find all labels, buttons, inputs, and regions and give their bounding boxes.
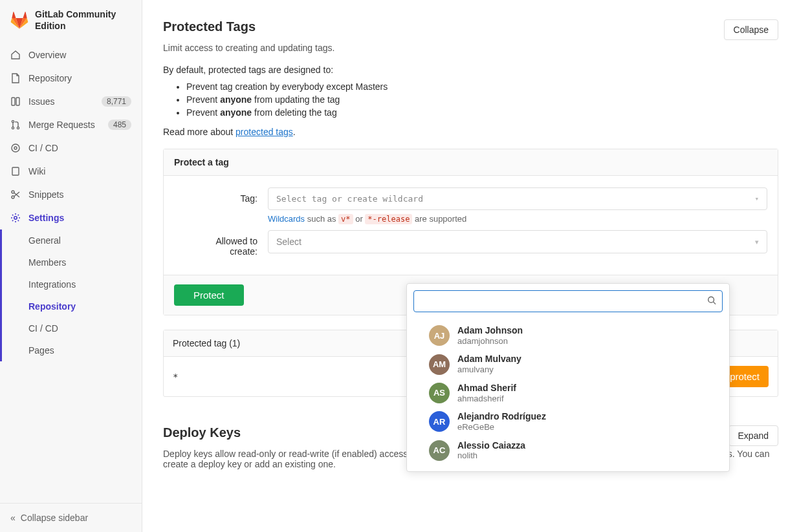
user-username: nolith <box>457 451 525 461</box>
allowed-select[interactable]: Select ▾ <box>268 230 767 253</box>
brand-title: GitLab Community Edition <box>35 9 131 32</box>
settings-subnav: General Members Integrations Repository … <box>0 229 142 361</box>
tag-select[interactable]: Select tag or create wildcard ▾ <box>268 187 767 210</box>
avatar: AM <box>429 354 450 375</box>
subnav-members[interactable]: Members <box>0 251 142 273</box>
subnav-pages[interactable]: Pages <box>0 339 142 361</box>
chevron-down-icon: ▾ <box>754 195 759 203</box>
main-content: Protected Tags Collapse Limit access to … <box>142 0 799 532</box>
wildcards-link[interactable]: Wildcards <box>268 214 305 224</box>
collapse-sidebar-label: Collapse sidebar <box>21 513 88 523</box>
svg-point-2 <box>12 120 14 122</box>
protect-button[interactable]: Protect <box>174 284 244 306</box>
section-title: Protected Tags <box>163 19 256 34</box>
nav-label: CI / CD <box>28 143 131 153</box>
nav-badge: 485 <box>108 120 131 130</box>
nav-badge: 8,771 <box>102 96 131 107</box>
book-icon <box>10 166 21 176</box>
nav-issues[interactable]: Issues 8,771 <box>0 90 142 113</box>
user-name: Alessio Caiazza <box>457 440 525 451</box>
nav-wiki[interactable]: Wiki <box>0 160 142 183</box>
avatar: AC <box>429 440 450 461</box>
svg-point-10 <box>14 217 17 219</box>
bullet-item: Prevent tag creation by everybody except… <box>186 81 778 92</box>
search-icon <box>707 296 716 307</box>
user-name: Adam Mulvany <box>457 354 521 365</box>
home-icon <box>10 50 21 60</box>
pipeline-icon <box>10 143 21 153</box>
svg-point-11 <box>708 297 714 303</box>
bullet-item: Prevent anyone from updating the tag <box>186 94 778 105</box>
nav-label: Snippets <box>28 189 131 200</box>
sidebar: GitLab Community Edition Overview Reposi… <box>0 0 142 532</box>
issues-icon <box>10 96 21 107</box>
chevron-left-icon: « <box>10 513 16 523</box>
intro-text: By default, protected tags are designed … <box>163 65 778 75</box>
nav-snippets[interactable]: Snippets <box>0 183 142 206</box>
nav-cicd[interactable]: CI / CD <box>0 136 142 160</box>
user-username: eReGeBe <box>457 422 546 432</box>
nav-label: Merge Requests <box>28 120 100 130</box>
svg-point-4 <box>17 127 19 129</box>
nav-merge-requests[interactable]: Merge Requests 485 <box>0 113 142 136</box>
subnav-cicd[interactable]: CI / CD <box>0 317 142 339</box>
code-example: *-release <box>365 214 412 224</box>
nav-list: Overview Repository Issues 8,771 Merge R… <box>0 41 142 503</box>
user-name: Adam Johnson <box>457 325 523 336</box>
tag-label: Tag: <box>174 187 268 204</box>
gear-icon <box>10 213 21 223</box>
scissors-icon <box>10 189 21 200</box>
collapse-sidebar-button[interactable]: « Collapse sidebar <box>0 503 142 532</box>
nav-label: Wiki <box>28 166 131 176</box>
svg-rect-7 <box>12 167 19 175</box>
svg-point-5 <box>12 144 19 152</box>
nav-label: Repository <box>28 73 131 83</box>
avatar: AR <box>429 411 450 432</box>
svg-point-3 <box>12 127 14 129</box>
user-search-input[interactable] <box>413 290 723 312</box>
bullet-list: Prevent tag creation by everybody except… <box>186 81 778 118</box>
nav-settings[interactable]: Settings <box>0 206 142 229</box>
user-dropdown: AJAdam JohnsonadamjohnsonAMAdam Mulvanya… <box>406 283 730 472</box>
subnav-integrations[interactable]: Integrations <box>0 273 142 295</box>
nav-label: Issues <box>28 96 94 107</box>
file-icon <box>10 73 21 83</box>
avatar: AS <box>429 383 450 403</box>
subnav-general[interactable]: General <box>0 229 142 251</box>
nav-label: Settings <box>28 213 131 223</box>
sidebar-header: GitLab Community Edition <box>0 0 142 41</box>
subnav-repository[interactable]: Repository <box>0 295 142 317</box>
user-list: AJAdam JohnsonadamjohnsonAMAdam Mulvanya… <box>407 319 729 471</box>
user-username: ahmadsherif <box>457 394 516 404</box>
bullet-item: Prevent anyone from deleting the tag <box>186 107 778 118</box>
user-list-item[interactable]: ARAlejandro RodríguezeReGeBe <box>407 407 729 436</box>
readmore-text: Read more about protected tags. <box>163 127 778 137</box>
tag-select-placeholder: Select tag or create wildcard <box>276 194 754 204</box>
svg-rect-0 <box>12 98 15 105</box>
svg-rect-1 <box>16 98 19 105</box>
user-list-item[interactable]: ACAlessio Caiazzanolith <box>407 436 729 465</box>
code-example: v* <box>338 214 353 224</box>
chevron-down-icon: ▾ <box>755 238 759 246</box>
expand-section-button[interactable]: Expand <box>728 425 778 446</box>
user-list-item[interactable]: ASAhmad Sherifahmadsherif <box>407 379 729 407</box>
section-title: Deploy Keys <box>163 425 241 440</box>
user-list-item[interactable]: AMAdam Mulvanyamulvany <box>407 350 729 378</box>
svg-point-6 <box>14 147 17 149</box>
panel-title: Protect a tag <box>164 149 778 176</box>
protected-tags-header: Protected Tags Collapse <box>163 19 778 40</box>
nav-label: Overview <box>28 50 131 60</box>
collapse-section-button[interactable]: Collapse <box>724 19 778 40</box>
user-name: Alejandro Rodríguez <box>457 411 546 422</box>
user-list-item[interactable]: AJAdam Johnsonadamjohnson <box>407 321 729 350</box>
user-username: adamjohnson <box>457 336 523 346</box>
wildcard-hint: Wildcards such as v* or *-release are su… <box>268 214 767 224</box>
avatar: AJ <box>429 325 450 346</box>
protected-tags-link[interactable]: protected tags <box>235 127 293 137</box>
nav-overview[interactable]: Overview <box>0 43 142 67</box>
allowed-select-placeholder: Select <box>276 237 755 247</box>
section-subtitle: Limit access to creating and updating ta… <box>163 43 778 53</box>
user-name: Ahmad Sherif <box>457 383 516 394</box>
allowed-label: Allowed to create: <box>174 230 268 257</box>
nav-repository[interactable]: Repository <box>0 67 142 90</box>
